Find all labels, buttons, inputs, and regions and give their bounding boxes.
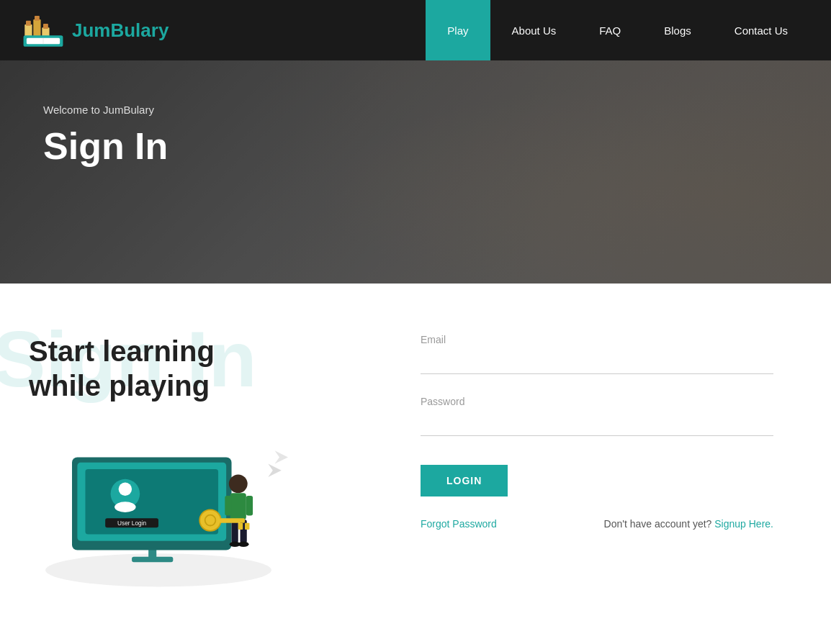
login-form-panel: Email Password LOGIN Forgot Password Don… [406, 327, 788, 537]
logo-link[interactable]: JumBulary [22, 11, 169, 50]
hero-title: Sign In [43, 124, 788, 168]
navbar: JumBulary Play About Us FAQ Blogs Contac… [0, 0, 831, 60]
left-panel: Sign In Start learning while playing [22, 327, 406, 590]
svg-marker-33 [268, 464, 281, 477]
forgot-password-link[interactable]: Forgot Password [421, 518, 497, 530]
nav-faq[interactable]: FAQ [578, 0, 642, 60]
svg-rect-24 [232, 520, 238, 543]
svg-rect-30 [220, 518, 245, 522]
nav-blogs[interactable]: Blogs [642, 0, 713, 60]
left-headline: Start learning while playing [29, 334, 406, 403]
hero-welcome: Welcome to JumBulary [43, 104, 788, 116]
main-section: Sign In Start learning while playing [0, 284, 831, 643]
password-label: Password [421, 396, 773, 407]
logo-text: JumBulary [72, 19, 169, 42]
nav-contact[interactable]: Contact Us [713, 0, 809, 60]
headline-line2: while playing [29, 370, 210, 402]
svg-rect-23 [246, 496, 253, 516]
signup-link[interactable]: Signup Here. [714, 518, 773, 530]
form-footer: Forgot Password Don't have account yet? … [421, 518, 773, 530]
svg-rect-32 [245, 523, 249, 530]
email-label: Email [421, 334, 773, 345]
svg-rect-21 [230, 493, 246, 520]
nav-about[interactable]: About Us [490, 0, 578, 60]
svg-rect-8 [43, 24, 48, 29]
hero-section: Welcome to JumBulary Sign In [0, 60, 831, 284]
nav-play[interactable]: Play [426, 0, 490, 60]
email-group: Email [421, 334, 773, 374]
email-input[interactable] [421, 350, 773, 374]
illustration: User Login [29, 417, 288, 590]
svg-rect-22 [225, 496, 231, 516]
headline-line1: Start learning [29, 335, 215, 367]
svg-rect-7 [35, 15, 40, 20]
hero-content: Welcome to JumBulary Sign In [0, 60, 831, 211]
svg-point-20 [229, 474, 248, 493]
no-account-text: Don't have account yet? Signup Here. [604, 518, 773, 530]
login-form: Email Password LOGIN Forgot Password Don… [421, 334, 773, 530]
password-group: Password [421, 396, 773, 436]
svg-point-16 [119, 482, 132, 495]
svg-rect-31 [238, 523, 243, 530]
password-input[interactable] [421, 412, 773, 436]
svg-rect-11 [132, 557, 173, 562]
svg-point-27 [238, 542, 249, 547]
svg-point-29 [205, 515, 216, 526]
svg-point-17 [114, 502, 136, 512]
login-button[interactable]: LOGIN [421, 465, 508, 496]
svg-text:User Login: User Login [117, 520, 147, 527]
svg-marker-34 [275, 450, 288, 463]
svg-rect-6 [26, 20, 31, 25]
nav-links: Play About Us FAQ Blogs Contact Us [426, 0, 809, 60]
logo-icon [22, 11, 65, 50]
